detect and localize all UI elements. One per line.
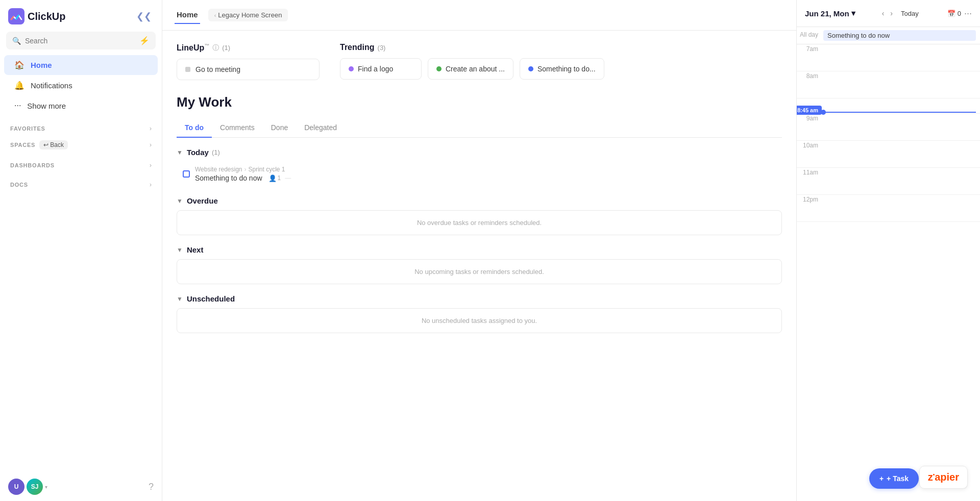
work-section-next: ▼ Next No upcoming tasks or reminders sc…: [177, 245, 782, 284]
calendar-prev-button[interactable]: ‹: [880, 7, 887, 19]
help-button[interactable]: ?: [149, 482, 154, 492]
tab-done[interactable]: Done: [263, 118, 296, 138]
main-content: Home ‹ Legacy Home Screen LineUp™ ⓘ (1) …: [162, 0, 796, 501]
calendar-nav: ‹ › Today: [880, 7, 923, 19]
timeslot-9am-content: [823, 114, 976, 140]
trending-label-something-todo: Something to do...: [537, 65, 596, 73]
time-indicator-line: 8:45 am: [823, 112, 976, 113]
timeslot-8am: 8am: [797, 71, 980, 98]
unscheduled-header[interactable]: ▼ Unscheduled: [177, 294, 782, 303]
svg-rect-0: [8, 8, 24, 24]
sidebar-section-dashboards[interactable]: DASHBOARDS ›: [0, 157, 162, 172]
breadcrumb-legacy[interactable]: ‹ Legacy Home Screen: [208, 9, 288, 21]
timeslot-indicator: 8:45 am: [797, 98, 980, 114]
spaces-arrow: ›: [150, 141, 152, 148]
next-chevron: ▼: [177, 246, 183, 254]
next-header[interactable]: ▼ Next: [177, 245, 782, 254]
sidebar-item-notifications[interactable]: 🔔 Notifications: [4, 76, 158, 95]
mywork-tabs: To do Comments Done Delegated: [177, 118, 782, 138]
sidebar-section-spaces[interactable]: SPACES ↩ Back ›: [0, 135, 162, 153]
calendar-date-text: Jun 21, Mon: [805, 9, 849, 18]
task-row-something[interactable]: Website redesign › Sprint cycle 1 Someth…: [177, 162, 782, 186]
avatar-caret-icon: ▾: [45, 484, 47, 490]
time-label-7am: 7am: [797, 44, 823, 53]
sidebar-collapse-button[interactable]: ❮❮: [134, 9, 154, 24]
trending-dot-green: [436, 66, 442, 71]
tab-delegated[interactable]: Delegated: [296, 118, 345, 138]
calendar-panel: Jun 21, Mon ▾ ‹ › Today 📅 0 ··· All day …: [796, 0, 980, 501]
lineup-task-label: Go to meeting: [195, 65, 240, 73]
timeslot-10am: 10am: [797, 141, 980, 168]
back-badge[interactable]: ↩ Back: [39, 140, 68, 149]
calendar-today-button[interactable]: Today: [897, 8, 923, 19]
avatar-group[interactable]: U SJ ▾: [8, 479, 47, 495]
trending-card-something-todo[interactable]: Something to do...: [520, 58, 604, 80]
add-task-plus: +: [879, 474, 884, 483]
timeslot-9am: 9am: [797, 114, 980, 141]
timeslot-7am-content: [823, 44, 976, 71]
trending-card-create-about[interactable]: Create an about ...: [428, 58, 513, 80]
allday-label: All day: [797, 30, 823, 41]
task-row-inner: Website redesign › Sprint cycle 1 Someth…: [195, 166, 291, 182]
home-icon: 🏠: [14, 60, 24, 70]
task-checkbox[interactable]: [183, 170, 190, 178]
calendar-count-button[interactable]: 📅 0: [947, 10, 961, 17]
docs-arrow: ›: [150, 181, 152, 188]
task-name: Something to do now: [195, 174, 262, 182]
lineup-info-icon: ⓘ: [212, 43, 219, 53]
time-label-9am: 9am: [797, 114, 823, 122]
tab-todo[interactable]: To do: [177, 118, 212, 138]
lineup-section: LineUp™ ⓘ (1) Go to meeting: [177, 43, 320, 80]
lineup-task-card[interactable]: Go to meeting: [177, 59, 320, 80]
task-assignee: 👤 1: [268, 174, 281, 182]
breadcrumb-arrow-icon: ‹: [214, 12, 216, 18]
mywork-title: My Work: [177, 94, 782, 110]
today-name: Today (1): [187, 148, 220, 157]
avatar-sj: SJ: [27, 479, 43, 495]
timeslot-7am: 7am: [797, 44, 980, 71]
time-label-10am: 10am: [797, 141, 823, 149]
sidebar-section-docs[interactable]: DOCS ›: [0, 176, 162, 191]
search-bar[interactable]: 🔍 ⚡: [6, 32, 156, 49]
trending-label-create-about: Create an about ...: [446, 65, 505, 73]
sidebar-header: ClickUp ❮❮: [0, 0, 162, 30]
lineup-count: (1): [222, 44, 230, 52]
calendar-body: All day Something to do now 7am 8am 8:45…: [797, 27, 980, 501]
calendar-date-label[interactable]: Jun 21, Mon ▾: [805, 9, 855, 18]
sidebar: ClickUp ❮❮ 🔍 ⚡ 🏠 Home 🔔 Notifications ··…: [0, 0, 162, 501]
calendar-right-buttons: 📅 0 ···: [947, 8, 972, 19]
tab-comments[interactable]: Comments: [212, 118, 263, 138]
topbar: Home ‹ Legacy Home Screen: [162, 0, 796, 31]
zapier-ad[interactable]: z•apier: [919, 466, 968, 489]
overdue-header[interactable]: ▼ Overdue: [177, 196, 782, 205]
search-input[interactable]: [25, 37, 135, 45]
next-name: Next: [187, 245, 204, 254]
trending-cards: Find a logo Create an about ... Somethin…: [340, 58, 782, 80]
back-arrow-icon: ↩: [43, 141, 48, 148]
lineup-title-text: LineUp™: [177, 43, 209, 53]
trending-card-find-logo[interactable]: Find a logo: [340, 58, 422, 80]
tab-home[interactable]: Home: [175, 6, 200, 24]
sidebar-item-home[interactable]: 🏠 Home: [4, 55, 158, 75]
timeslot-11am-content: [823, 168, 976, 194]
docs-label: DOCS: [10, 182, 28, 188]
dashboards-arrow: ›: [150, 162, 152, 169]
today-header[interactable]: ▼ Today (1): [177, 148, 782, 157]
calendar-more-button[interactable]: ···: [964, 8, 972, 19]
time-label-11am: 11am: [797, 168, 823, 176]
logo-text: ClickUp: [28, 11, 65, 22]
work-section-today: ▼ Today (1) Website redesign › Sprint cy…: [177, 148, 782, 186]
allday-event[interactable]: Something to do now: [823, 30, 976, 41]
calendar-next-button[interactable]: ›: [888, 7, 895, 19]
bell-icon: 🔔: [14, 81, 24, 90]
mywork-section: My Work To do Comments Done Delegated ▼ …: [177, 94, 782, 343]
calendar-icon: 📅: [947, 10, 955, 17]
timeslot-10am-content: [823, 141, 976, 167]
sidebar-item-show-more[interactable]: ··· Show more: [4, 96, 158, 115]
work-section-overdue: ▼ Overdue No overdue tasks or reminders …: [177, 196, 782, 235]
timeslot-12pm-content: [823, 195, 976, 221]
sidebar-section-favorites[interactable]: FAVORITES ›: [0, 120, 162, 135]
dashboards-label: DASHBOARDS: [10, 162, 55, 168]
task-breadcrumb: Website redesign › Sprint cycle 1: [195, 166, 291, 173]
add-task-button[interactable]: + + Task: [869, 468, 919, 489]
